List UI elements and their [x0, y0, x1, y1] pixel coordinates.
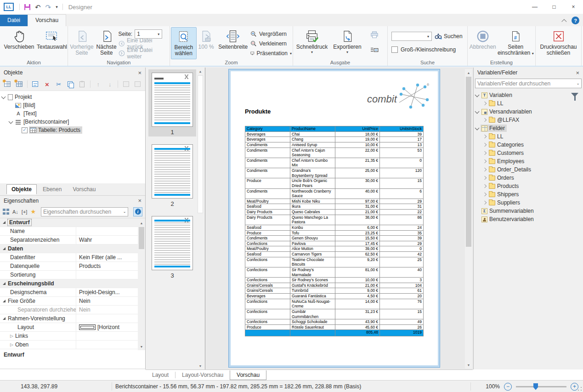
naechste-seite-button[interactable]: Nächste Seite [95, 27, 119, 59]
fields-tree-item[interactable]: Customers [474, 149, 583, 157]
thumbnails-scrollbar[interactable]: ▲ ▼ [197, 68, 204, 369]
chevron-right-icon[interactable] [481, 149, 488, 157]
property-row[interactable]: Name [0, 227, 145, 236]
search-input[interactable]: ▾ [391, 32, 432, 41]
fields-tree-item[interactable]: LL [474, 99, 583, 108]
seitenbreite-button[interactable]: Seitenbreite [215, 27, 250, 59]
expanded-icon[interactable] [3, 247, 6, 250]
properties-button[interactable] [32, 80, 39, 88]
chevron-right-icon[interactable] [481, 116, 488, 124]
scroll-up-icon[interactable]: ▲ [465, 69, 472, 76]
properties-scrollbar[interactable]: ▲ ▼ [138, 219, 145, 350]
fields-tree-item[interactable]: Employees [474, 157, 583, 165]
verkleinern-button[interactable]: Verkleinern [250, 40, 292, 48]
fields-search-input[interactable]: Variablen/Felder durchsuchen ⌄ [475, 79, 582, 88]
paste-button[interactable] [78, 80, 85, 88]
property-row[interactable]: SeparatorenzeichenWahr [0, 236, 145, 244]
eigenschaften-search-input[interactable]: Eigenschaften durchsuchen ⌄ [41, 207, 128, 216]
property-value[interactable]: Kein Filter (alle ... [76, 254, 145, 261]
scroll-up-icon[interactable]: ▲ [197, 68, 204, 75]
scroll-down-icon[interactable]: ▼ [197, 362, 204, 369]
cut-button[interactable]: ✂ [55, 80, 62, 88]
schnelldruck-button[interactable]: Schnelldruck ▾ [294, 27, 330, 59]
fields-tree-item[interactable]: Order_Details [474, 165, 583, 174]
fields-tree-item[interactable]: Benutzervariablen [474, 215, 583, 223]
property-row[interactable]: Sortierung [0, 271, 145, 279]
close-icon[interactable]: × [138, 70, 142, 76]
zoom-slider[interactable] [516, 386, 566, 387]
seiten-einschraenken-button[interactable]: # Seiten einschränken ▾ [497, 27, 534, 59]
chevron-right-icon[interactable] [481, 165, 488, 174]
resize-grip[interactable] [577, 386, 582, 391]
fields-tree-item[interactable]: TVariablen [474, 91, 583, 99]
chevron-down-icon[interactable]: ▾ [155, 32, 162, 36]
expanded-icon[interactable] [3, 317, 6, 320]
close-button[interactable]: × [564, 0, 583, 14]
property-row[interactable]: Fixe GrößeNein [0, 297, 145, 306]
page-thumbnail[interactable]: 2 [148, 141, 196, 208]
delete-button[interactable]: × [43, 80, 51, 88]
page-thumbnail[interactable]: 3 [148, 213, 196, 280]
zoom-100-button[interactable]: 100 100 % [197, 27, 216, 59]
chevron-down-icon[interactable] [0, 93, 7, 101]
chevron-right-icon[interactable] [481, 199, 488, 207]
collapsed-icon[interactable]: ▷ [10, 342, 13, 347]
filter-icon[interactable] [571, 93, 578, 97]
scroll-down-icon[interactable]: ▼ [465, 361, 472, 369]
info-button[interactable]: i [133, 207, 142, 216]
objekte-tree-item[interactable]: [Bild] [0, 101, 145, 109]
help-icon[interactable]: ? [572, 17, 579, 24]
expanded-icon[interactable] [3, 221, 6, 224]
panel-tab-objekte[interactable]: Objekte [6, 184, 37, 194]
chevron-right-icon[interactable] [481, 132, 488, 141]
case-sensitive-checkbox[interactable]: Groß-/Kleinschreibung [391, 46, 456, 53]
app-icon[interactable]: LL [4, 3, 14, 11]
objekte-tree-item[interactable]: Projekt [0, 93, 145, 101]
objekte-tree-item[interactable]: Tabelle: Products [0, 126, 145, 134]
chevron-down-icon[interactable] [474, 91, 481, 99]
property-row[interactable]: Layout[Horizont [0, 323, 145, 332]
fields-tree-item[interactable]: Versandvariablen [474, 108, 583, 116]
new-crosstab-button[interactable]: ✱ [15, 80, 23, 88]
fields-tree-item[interactable]: Suppliers [474, 199, 583, 207]
chevron-down-icon[interactable] [474, 108, 481, 116]
verschieben-button[interactable]: Verschieben [1, 27, 37, 59]
fields-tree-item[interactable]: Felder [474, 124, 583, 132]
chevron-down-icon[interactable]: ▾ [425, 34, 431, 39]
categorized-view-icon[interactable] [3, 209, 9, 215]
tab-datei[interactable]: Datei [0, 15, 28, 26]
property-value[interactable]: Projekt-Design... [76, 289, 145, 295]
preview-viewport[interactable]: Produkte combit ® Cate [206, 68, 473, 369]
view-tab-vorschau[interactable]: Vorschau [230, 370, 266, 380]
fields-tree-item[interactable]: Shippers [474, 190, 583, 199]
property-row[interactable]: Entwurf [0, 218, 145, 227]
vergroessern-button[interactable]: Vergrößern [250, 30, 292, 38]
datei-weiter-button[interactable]: Eine Datei weiter [119, 49, 169, 57]
copy-button[interactable] [67, 80, 74, 88]
property-row[interactable]: DesignschemaProjekt-Design... [0, 288, 145, 297]
bereich-waehlen-button[interactable]: Bereich wählen [171, 27, 197, 59]
expanded-icon[interactable] [3, 282, 6, 285]
chevron-right-icon[interactable] [481, 157, 488, 165]
customize-toolbar-icon[interactable]: ▾ [56, 5, 58, 9]
property-row[interactable]: Erscheinungsbild [0, 279, 145, 288]
move-up-button[interactable]: ↑ [95, 80, 102, 88]
minimize-button[interactable]: — [525, 0, 544, 14]
fields-tree-item[interactable]: @LLFAX [474, 116, 583, 124]
chevron-right-icon[interactable] [481, 182, 488, 190]
zoom-slider-thumb[interactable] [533, 383, 538, 390]
vorherige-seite-button[interactable]: Vorherige Seite [69, 27, 95, 59]
property-row[interactable]: ▷Links [0, 332, 145, 341]
property-row[interactable]: DatenquelleProducts [0, 262, 145, 271]
property-value[interactable]: Nein [76, 307, 145, 313]
chevron-down-icon[interactable] [474, 124, 481, 132]
fields-tree-item[interactable]: LL [474, 132, 583, 141]
property-value[interactable]: Wahr [76, 237, 145, 243]
abbrechen-button[interactable]: Abbrechen [469, 27, 497, 59]
exportieren-button[interactable]: Exportieren ▾ [330, 27, 365, 59]
objekte-tree-item[interactable]: [Berichtscontainer] [0, 118, 145, 126]
print-options-button[interactable] [370, 45, 379, 55]
view-tab-layout[interactable]: Layout [146, 370, 175, 380]
extra-button-1[interactable] [122, 80, 130, 88]
property-row[interactable]: Daten [0, 244, 145, 253]
